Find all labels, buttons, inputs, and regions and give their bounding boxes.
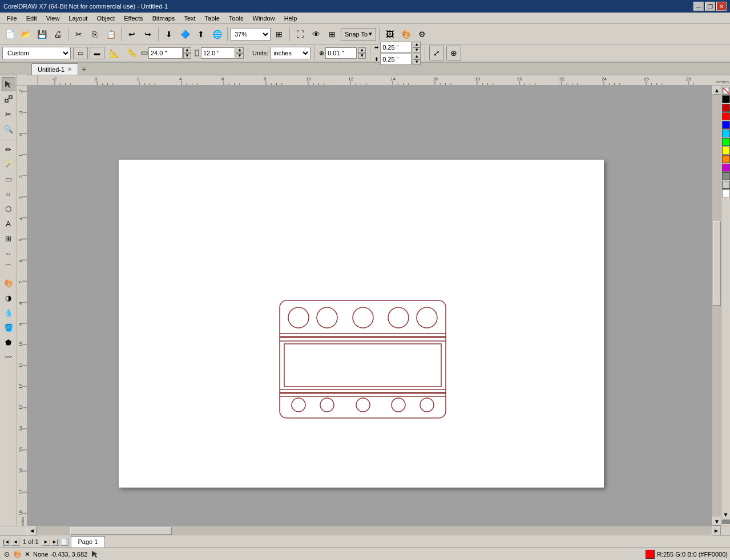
redo-button[interactable]: ↪	[140, 27, 155, 42]
scroll-thumb-v[interactable]	[713, 221, 721, 306]
width-down-button[interactable]: ▼	[183, 53, 191, 59]
eyedropper-tool[interactable]: 💧	[2, 306, 15, 319]
menu-layout[interactable]: Layout	[64, 14, 92, 23]
bottom-tab-page1[interactable]: Page 1	[71, 536, 106, 547]
color-white[interactable]	[722, 189, 730, 197]
zoom-tool[interactable]: 🔍	[2, 122, 15, 136]
page-settings-button[interactable]: 📐	[107, 46, 122, 60]
prev-page-button[interactable]: ◄	[11, 538, 19, 546]
scroll-down-button[interactable]: ▼	[712, 517, 721, 526]
bleed-button[interactable]: 📏	[124, 46, 139, 60]
select-tool[interactable]	[2, 78, 15, 91]
menu-table[interactable]: Table	[200, 14, 224, 23]
publish-button[interactable]: 🌐	[209, 27, 224, 42]
menu-object[interactable]: Object	[92, 14, 119, 23]
landscape-button[interactable]: ▬	[90, 47, 104, 59]
units-select[interactable]: inches mm cm pixels	[271, 47, 310, 59]
color-red[interactable]	[722, 112, 730, 120]
last-page-button[interactable]: ►|	[51, 538, 59, 546]
portrait-button[interactable]: ▭	[73, 47, 88, 59]
add-page-button[interactable]: ⊕	[446, 46, 461, 60]
color-cyan[interactable]	[722, 129, 730, 137]
text-tool[interactable]: A	[2, 217, 15, 230]
view-manager-button[interactable]: 🖼	[382, 27, 397, 42]
height-field[interactable]	[201, 47, 235, 59]
height-up-button[interactable]: ▲	[236, 47, 244, 53]
color-green[interactable]	[722, 138, 730, 146]
scroll-up-button[interactable]: ▲	[712, 86, 721, 95]
color-blue[interactable]	[722, 121, 730, 129]
grid-x-field[interactable]	[380, 42, 412, 53]
menu-file[interactable]: File	[2, 14, 22, 23]
save-button[interactable]: 💾	[34, 27, 49, 42]
cut-button[interactable]: ✂	[71, 27, 86, 42]
scroll-left-button[interactable]: ◄	[27, 526, 37, 535]
color-purple[interactable]	[722, 164, 730, 172]
grid-x-up[interactable]: ▲	[413, 42, 421, 47]
corel-button[interactable]: 🔷	[178, 27, 192, 42]
width-field[interactable]	[148, 47, 183, 59]
fill-color-swatch[interactable]	[646, 550, 655, 559]
grid-y-field[interactable]	[380, 54, 412, 65]
status-color-icon[interactable]: 🎨	[13, 550, 22, 559]
node-tool[interactable]	[2, 92, 15, 106]
import-button[interactable]: ⬇	[162, 27, 176, 42]
tab-untitled1[interactable]: Untitled-1 ✕	[31, 63, 78, 75]
snap-mode-button[interactable]: ⊞	[325, 27, 340, 42]
export-button[interactable]: ⬆	[193, 27, 208, 42]
first-page-button[interactable]: |◄	[2, 538, 10, 546]
undo-button[interactable]: ↩	[124, 27, 139, 42]
canvas-area[interactable]: ▲ ▼	[27, 86, 721, 526]
transparency-tool[interactable]: ◑	[2, 291, 15, 305]
menu-view[interactable]: View	[42, 14, 64, 23]
print-button[interactable]: 🖨	[50, 27, 65, 42]
tab-add-button[interactable]: +	[78, 63, 90, 75]
connector-tool[interactable]: ⌒	[2, 261, 15, 275]
color-orange[interactable]	[722, 155, 730, 163]
copy-button[interactable]: ⎘	[87, 27, 102, 42]
next-page-button[interactable]: ►	[42, 538, 50, 546]
preset-select[interactable]: Custom	[2, 47, 71, 59]
nudge-down-button[interactable]: ▼	[358, 53, 366, 59]
dimension-tool[interactable]: ↔	[2, 246, 15, 260]
paste-button[interactable]: 📋	[103, 27, 118, 42]
menu-window[interactable]: Window	[248, 14, 280, 23]
color-lightgray[interactable]	[722, 181, 730, 189]
status-x-icon[interactable]: ✕	[23, 550, 32, 559]
color-gray[interactable]	[722, 172, 730, 180]
restore-button[interactable]: ❐	[705, 2, 715, 11]
scroll-right-button[interactable]: ►	[712, 526, 721, 535]
height-down-button[interactable]: ▼	[236, 53, 244, 59]
interactive-fill-tool[interactable]: ⬟	[2, 335, 15, 349]
nudge-field[interactable]	[325, 47, 357, 59]
fullscreen-button[interactable]: ⛶	[293, 27, 308, 42]
menu-text[interactable]: Text	[179, 14, 200, 23]
menu-tools[interactable]: Tools	[224, 14, 248, 23]
blend-tool[interactable]: 🎨	[2, 276, 15, 290]
polygon-tool[interactable]: ⬡	[2, 202, 15, 216]
new-button[interactable]: 📄	[2, 27, 17, 42]
grid-x-down[interactable]: ▼	[413, 47, 421, 53]
snap-to-button[interactable]: Snap To ▾	[341, 28, 376, 40]
palette-scroll-down[interactable]: ▼	[722, 510, 730, 518]
scroll-track-h[interactable]	[37, 526, 712, 535]
open-button[interactable]: 📂	[18, 27, 33, 42]
ellipse-tool[interactable]: ○	[2, 187, 15, 201]
scroll-track-v[interactable]	[712, 95, 721, 517]
zoom-fullpage-button[interactable]: ⊞	[272, 27, 287, 42]
nudge-up-button[interactable]: ▲	[358, 47, 366, 53]
menu-bitmaps[interactable]: Bitmaps	[148, 14, 180, 23]
menu-help[interactable]: Help	[280, 14, 302, 23]
color-darkred[interactable]	[722, 104, 730, 112]
transform-button[interactable]: ⤢	[429, 46, 444, 60]
view-mode-button[interactable]: 👁	[309, 27, 324, 42]
color-mgr-button[interactable]: 🎨	[398, 27, 413, 42]
minimize-button[interactable]: —	[693, 2, 704, 11]
menu-edit[interactable]: Edit	[22, 14, 42, 23]
freehand-tool[interactable]: ✏	[2, 143, 15, 156]
tab-close-icon[interactable]: ✕	[67, 66, 72, 72]
width-up-button[interactable]: ▲	[183, 47, 191, 53]
crop-tool[interactable]: ✂	[2, 107, 15, 121]
grid-y-down[interactable]: ▼	[413, 59, 421, 65]
no-fill-swatch[interactable]	[722, 87, 730, 95]
